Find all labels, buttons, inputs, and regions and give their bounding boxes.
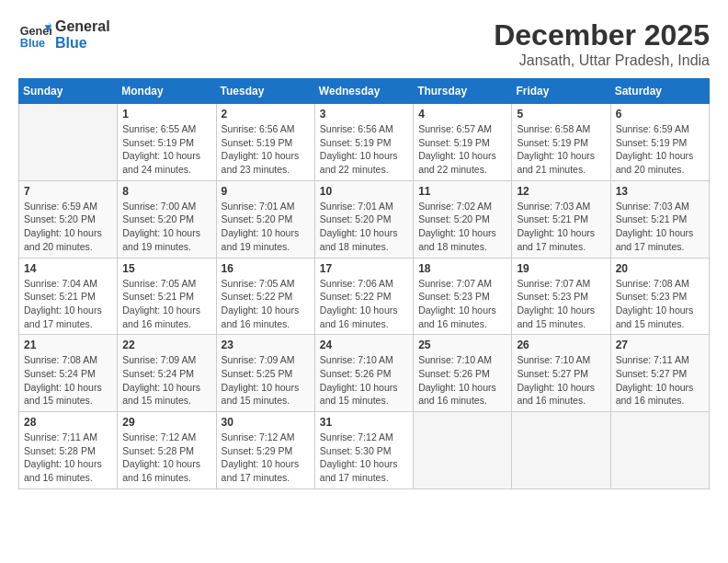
calendar-cell: 15Sunrise: 7:05 AMSunset: 5:21 PMDayligh… [118,258,216,335]
day-number: 2 [222,108,310,121]
calendar-cell: 14Sunrise: 7:04 AMSunset: 5:21 PMDayligh… [19,258,118,335]
day-info: Sunrise: 6:58 AMSunset: 5:19 PMDaylight:… [517,122,605,177]
day-number: 9 [222,185,310,198]
calendar-cell: 5Sunrise: 6:58 AMSunset: 5:19 PMDaylight… [512,104,610,181]
day-number: 18 [418,262,506,275]
weekday-header-row: SundayMondayTuesdayWednesdayThursdayFrid… [19,79,710,104]
day-info: Sunrise: 7:10 AMSunset: 5:26 PMDaylight:… [418,353,506,408]
day-number: 14 [24,262,112,275]
logo: General Blue General Blue [18,18,110,52]
day-info: Sunrise: 6:59 AMSunset: 5:19 PMDaylight:… [616,122,704,177]
day-info: Sunrise: 7:08 AMSunset: 5:23 PMDaylight:… [616,277,704,331]
calendar-cell: 22Sunrise: 7:09 AMSunset: 5:24 PMDayligh… [118,335,216,412]
page-header: General Blue General Blue December 2025 … [18,18,710,69]
calendar-cell: 17Sunrise: 7:06 AMSunset: 5:22 PMDayligh… [314,258,413,335]
day-number: 7 [24,185,112,198]
logo-general: General [55,18,110,35]
day-info: Sunrise: 7:12 AMSunset: 5:28 PMDaylight:… [122,431,210,485]
day-number: 3 [320,108,408,121]
day-number: 1 [122,108,210,121]
day-number: 30 [222,416,310,429]
day-number: 19 [517,262,605,275]
day-info: Sunrise: 7:03 AMSunset: 5:21 PMDaylight:… [517,200,605,254]
day-number: 27 [616,339,704,351]
day-number: 29 [122,416,210,429]
month-title: December 2025 [494,18,710,52]
day-number: 15 [122,262,210,275]
day-number: 23 [222,339,310,351]
day-number: 21 [24,339,112,351]
title-area: December 2025 Jansath, Uttar Pradesh, In… [494,18,710,69]
day-info: Sunrise: 7:11 AMSunset: 5:28 PMDaylight:… [24,431,112,485]
calendar-cell: 12Sunrise: 7:03 AMSunset: 5:21 PMDayligh… [512,180,610,258]
calendar-header: SundayMondayTuesdayWednesdayThursdayFrid… [19,79,710,104]
day-number: 20 [616,262,704,275]
calendar-cell: 30Sunrise: 7:12 AMSunset: 5:29 PMDayligh… [216,412,314,489]
calendar-cell: 11Sunrise: 7:02 AMSunset: 5:20 PMDayligh… [414,180,512,258]
weekday-saturday: Saturday [610,79,709,104]
calendar-cell: 26Sunrise: 7:10 AMSunset: 5:27 PMDayligh… [512,335,610,412]
calendar-cell: 19Sunrise: 7:07 AMSunset: 5:23 PMDayligh… [512,258,610,335]
day-info: Sunrise: 6:56 AMSunset: 5:19 PMDaylight:… [222,122,310,177]
day-number: 24 [320,339,408,351]
calendar-cell: 13Sunrise: 7:03 AMSunset: 5:21 PMDayligh… [610,180,709,258]
day-info: Sunrise: 7:02 AMSunset: 5:20 PMDaylight:… [418,200,506,254]
day-info: Sunrise: 7:10 AMSunset: 5:27 PMDaylight:… [517,353,605,408]
day-info: Sunrise: 7:09 AMSunset: 5:24 PMDaylight:… [122,353,210,408]
day-number: 26 [517,339,605,351]
day-number: 31 [320,416,408,429]
calendar-cell: 8Sunrise: 7:00 AMSunset: 5:20 PMDaylight… [118,180,216,258]
calendar-cell: 24Sunrise: 7:10 AMSunset: 5:26 PMDayligh… [314,335,413,412]
calendar-week-2: 7Sunrise: 6:59 AMSunset: 5:20 PMDaylight… [19,180,710,258]
calendar-cell: 27Sunrise: 7:11 AMSunset: 5:27 PMDayligh… [610,335,709,412]
day-info: Sunrise: 7:05 AMSunset: 5:21 PMDaylight:… [122,277,210,331]
day-number: 22 [122,339,210,351]
day-number: 16 [222,262,310,275]
calendar-cell: 10Sunrise: 7:01 AMSunset: 5:20 PMDayligh… [314,180,413,258]
day-info: Sunrise: 7:06 AMSunset: 5:22 PMDaylight:… [320,277,408,331]
weekday-tuesday: Tuesday [216,79,314,104]
day-info: Sunrise: 6:59 AMSunset: 5:20 PMDaylight:… [24,200,112,254]
calendar-cell: 21Sunrise: 7:08 AMSunset: 5:24 PMDayligh… [19,335,118,412]
day-number: 8 [122,185,210,198]
calendar-week-1: 1Sunrise: 6:55 AMSunset: 5:19 PMDaylight… [19,104,710,181]
day-info: Sunrise: 7:12 AMSunset: 5:29 PMDaylight:… [222,431,310,485]
logo-blue: Blue [55,35,110,52]
day-info: Sunrise: 7:01 AMSunset: 5:20 PMDaylight:… [320,200,408,254]
day-number: 11 [418,185,506,198]
day-info: Sunrise: 7:01 AMSunset: 5:20 PMDaylight:… [222,200,310,254]
logo-icon: General Blue [18,18,51,52]
calendar-cell: 1Sunrise: 6:55 AMSunset: 5:19 PMDaylight… [118,104,216,181]
calendar-body: 1Sunrise: 6:55 AMSunset: 5:19 PMDaylight… [19,104,710,489]
calendar-week-3: 14Sunrise: 7:04 AMSunset: 5:21 PMDayligh… [19,258,710,335]
calendar-cell: 31Sunrise: 7:12 AMSunset: 5:30 PMDayligh… [314,412,413,489]
calendar-cell: 4Sunrise: 6:57 AMSunset: 5:19 PMDaylight… [414,104,512,181]
calendar-cell: 25Sunrise: 7:10 AMSunset: 5:26 PMDayligh… [414,335,512,412]
calendar-week-4: 21Sunrise: 7:08 AMSunset: 5:24 PMDayligh… [19,335,710,412]
calendar-cell: 18Sunrise: 7:07 AMSunset: 5:23 PMDayligh… [414,258,512,335]
calendar-cell: 2Sunrise: 6:56 AMSunset: 5:19 PMDaylight… [216,104,314,181]
calendar-cell [512,412,610,489]
day-number: 13 [616,185,704,198]
calendar-cell: 9Sunrise: 7:01 AMSunset: 5:20 PMDaylight… [216,180,314,258]
day-number: 10 [320,185,408,198]
day-info: Sunrise: 7:00 AMSunset: 5:20 PMDaylight:… [122,200,210,254]
day-info: Sunrise: 7:09 AMSunset: 5:25 PMDaylight:… [222,353,310,408]
calendar-cell: 20Sunrise: 7:08 AMSunset: 5:23 PMDayligh… [610,258,709,335]
calendar-cell: 3Sunrise: 6:56 AMSunset: 5:19 PMDaylight… [314,104,413,181]
day-number: 5 [517,108,605,121]
calendar-cell: 16Sunrise: 7:05 AMSunset: 5:22 PMDayligh… [216,258,314,335]
day-info: Sunrise: 7:07 AMSunset: 5:23 PMDaylight:… [418,277,506,331]
location-title: Jansath, Uttar Pradesh, India [494,52,710,69]
day-info: Sunrise: 7:07 AMSunset: 5:23 PMDaylight:… [517,277,605,331]
weekday-monday: Monday [118,79,216,104]
day-number: 17 [320,262,408,275]
day-info: Sunrise: 6:57 AMSunset: 5:19 PMDaylight:… [418,122,506,177]
calendar-cell: 6Sunrise: 6:59 AMSunset: 5:19 PMDaylight… [610,104,709,181]
svg-text:Blue: Blue [20,37,45,50]
weekday-friday: Friday [512,79,610,104]
day-info: Sunrise: 7:05 AMSunset: 5:22 PMDaylight:… [222,277,310,331]
calendar-table: SundayMondayTuesdayWednesdayThursdayFrid… [18,78,710,489]
day-info: Sunrise: 6:55 AMSunset: 5:19 PMDaylight:… [122,122,210,177]
day-info: Sunrise: 7:04 AMSunset: 5:21 PMDaylight:… [24,277,112,331]
